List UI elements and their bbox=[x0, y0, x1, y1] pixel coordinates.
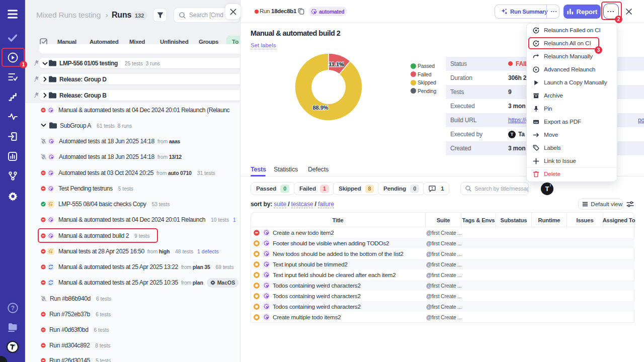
svg-text:PDF: PDF bbox=[534, 121, 538, 123]
svg-text:11.1%: 11.1% bbox=[329, 61, 345, 67]
svg-text:?: ? bbox=[11, 305, 14, 312]
svg-text:88.9%: 88.9% bbox=[312, 105, 328, 111]
